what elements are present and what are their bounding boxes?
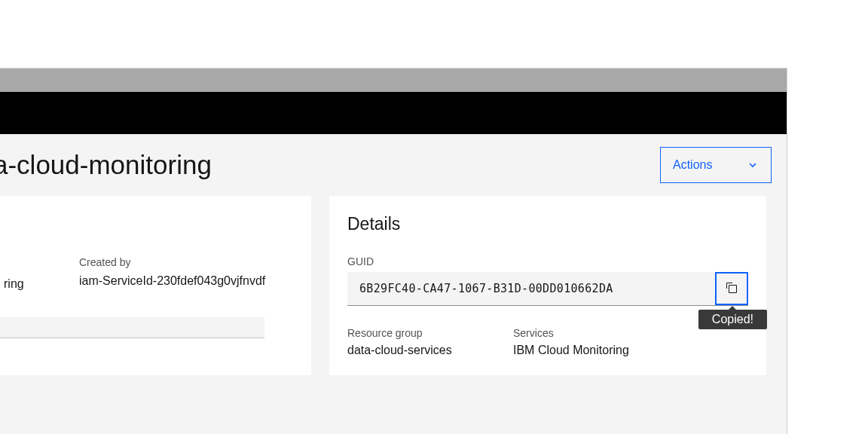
page-title: a-cloud-monitoring — [0, 150, 212, 180]
guid-value: 6B29FC40-CA47-1067-B31D-00DD010662DA — [347, 272, 715, 305]
detail-columns: Resource group data-cloud-services Servi… — [347, 327, 748, 357]
guid-group: GUID 6B29FC40-CA47-1067-B31D-00DD010662D… — [347, 255, 748, 306]
services-label: Services — [513, 327, 679, 339]
app-window: a-cloud-monitoring Actions ring Created … — [0, 68, 787, 434]
created-by-value: iam-ServiceId-230fdef043g0vjfnvdf — [79, 274, 293, 288]
actions-button-label: Actions — [673, 158, 712, 172]
copied-tooltip: Copied! — [698, 310, 767, 329]
details-panel: Details GUID 6B29FC40-CA47-1067-B31D-00D… — [329, 196, 766, 375]
summary-name-value: ring — [4, 256, 79, 291]
panels-row: ring Created by iam-ServiceId-230fdef043… — [0, 196, 787, 375]
created-by-label: Created by — [79, 256, 293, 268]
actions-button[interactable]: Actions — [660, 147, 772, 183]
guid-label: GUID — [347, 255, 748, 267]
copy-button[interactable] — [715, 272, 748, 305]
copy-icon — [726, 282, 738, 296]
chevron-down-icon — [747, 159, 759, 171]
guid-code-row: 6B29FC40-CA47-1067-B31D-00DD010662DA Cop… — [347, 272, 748, 306]
services-value: IBM Cloud Monitoring — [513, 344, 679, 357]
summary-panel: ring Created by iam-ServiceId-230fdef043… — [0, 196, 311, 375]
browser-chrome-bar — [0, 69, 787, 92]
services-col: Services IBM Cloud Monitoring — [513, 327, 679, 357]
resource-group-col: Resource group data-cloud-services — [347, 327, 513, 357]
details-heading: Details — [347, 214, 748, 234]
page-content: a-cloud-monitoring Actions ring Created … — [0, 134, 787, 434]
resource-group-label: Resource group — [347, 327, 513, 339]
page-header: a-cloud-monitoring Actions — [0, 134, 787, 196]
resource-group-value: data-cloud-services — [347, 344, 513, 357]
summary-bottom-strip — [0, 317, 264, 338]
app-header-bar — [0, 92, 787, 134]
